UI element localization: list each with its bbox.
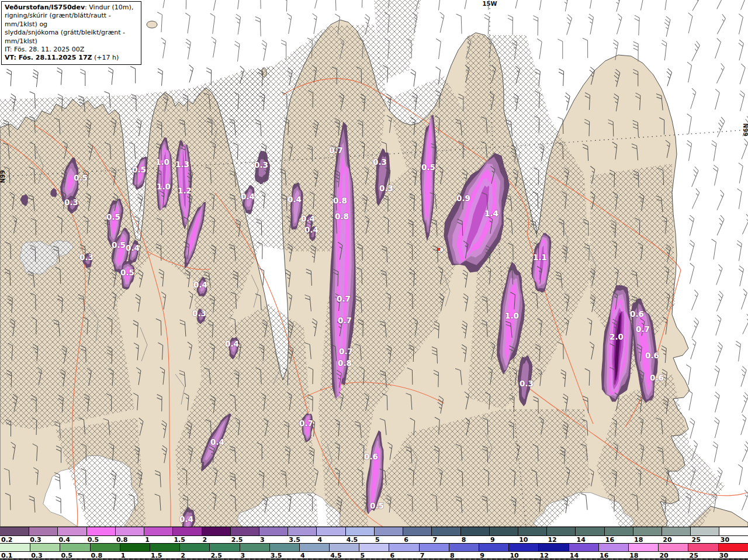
colorbar-segment <box>240 544 269 551</box>
colorbar-segment <box>150 544 179 551</box>
colorbar-segment <box>57 527 86 535</box>
title-box: Veðurstofan/IS750dev: Vindur (10m), rign… <box>1 1 141 65</box>
colorbar-segment <box>86 527 115 535</box>
precip-value-label: 0.4 <box>179 514 193 524</box>
weather-map-product: 15WN99N990.50.30.50.50.40.50.30.51.01.01… <box>0 0 748 560</box>
colorbar-segment <box>60 544 89 551</box>
colorbar-segment <box>518 527 546 535</box>
colorbar-segment <box>0 527 29 535</box>
precip-value-label: 1.3 <box>175 160 189 169</box>
precip-value-label: 0.8 <box>333 196 347 205</box>
colorbar-segment <box>538 544 568 551</box>
precip-value-label: 0.5 <box>120 268 134 277</box>
precip-value-label: 0.4 <box>126 243 140 253</box>
precip-value-label: 0.7 <box>299 419 313 428</box>
colorbar-segment <box>489 527 518 535</box>
precip-value-label: 0.9 <box>456 193 470 203</box>
colorbar-segment <box>658 544 688 551</box>
colorbar-segment <box>508 544 538 551</box>
colorbar-segment <box>389 544 418 551</box>
colorbar-segment <box>633 527 662 535</box>
rain-colorbar-labels: 0.10.30.50.811.522.533.544.5567891012141… <box>0 552 748 558</box>
precip-value-label: 0.6 <box>650 373 664 382</box>
colorbar-segment <box>345 527 374 535</box>
colorbar-segment <box>90 544 120 551</box>
colorbar-segment <box>259 527 288 535</box>
precip-value-label: 0.7 <box>337 294 351 303</box>
colorbar-segment <box>403 527 431 535</box>
colorbar-segment <box>30 544 60 551</box>
rain-colorbar <box>0 543 748 552</box>
precip-value-label: 0.3 <box>254 160 268 170</box>
title-line-3: slydda/snjókoma (grátt/bleikt/grænt - mm… <box>5 29 138 46</box>
colorbar-segment <box>460 527 489 535</box>
precip-value-label: 0.3 <box>520 379 534 388</box>
colorbar-segment <box>598 544 628 551</box>
precip-value-label: 0.4 <box>304 225 318 234</box>
colorbar-segment <box>604 527 633 535</box>
precip-value-label: 1.0 <box>505 311 519 320</box>
precip-value-label: 0.3 <box>79 253 94 262</box>
title-line-4: IT: Fös. 28. 11. 2025 00Z <box>5 46 138 54</box>
precip-value-label: 0.3 <box>379 184 393 193</box>
colorbar-segment <box>479 544 508 551</box>
precip-value-label: 0.5 <box>112 240 126 250</box>
precip-value-label: 0.3 <box>64 198 78 207</box>
precip-value-label: 1.1 <box>533 253 547 262</box>
colorbar-segment <box>374 527 403 535</box>
colorbar-segment <box>690 527 719 535</box>
precip-value-label: 0.6 <box>645 351 659 360</box>
colorbar-segment <box>449 544 479 551</box>
colorbar-segment <box>316 527 345 535</box>
colorbar-segment <box>202 527 230 535</box>
colorbar-segment <box>209 544 239 551</box>
precip-value-label: 0.4 <box>288 195 302 204</box>
colorbar-segment <box>628 544 658 551</box>
colorbar-segment <box>718 544 748 551</box>
colorbar-segment <box>115 527 144 535</box>
title-line-2: rigning/skúrir (grænt/blátt/rautt - mm/1… <box>5 12 138 29</box>
colorbar-segment <box>179 544 209 551</box>
precip-value-label: 0.5 <box>370 501 384 510</box>
colorbar-segment <box>569 544 598 551</box>
precip-value-label: 0.3 <box>373 157 387 167</box>
precip-value-label: 0.8 <box>335 212 349 221</box>
precip-value-label: 1.0 <box>155 157 169 167</box>
colorbar-segment <box>230 527 259 535</box>
precip-value-label: 0.7 <box>338 316 352 325</box>
precip-value-label: 0.4 <box>193 280 207 289</box>
precip-value-label: 0.6 <box>364 452 378 461</box>
colorbar-segment <box>546 527 575 535</box>
snow-colorbar <box>0 527 748 536</box>
snow-colorbar-labels: 0.20.30.40.50.811.522.533.544.5567891012… <box>0 536 748 543</box>
precip-value-label: 1.0 <box>157 182 171 191</box>
colorbar-segment <box>662 527 690 535</box>
precip-value-label: 0.4 <box>225 339 239 348</box>
precip-value-label: 0.7 <box>339 347 353 356</box>
colorbar-segment <box>288 527 316 535</box>
precip-value-label: 0.8 <box>338 358 352 368</box>
precip-value-label: 0.5 <box>106 212 120 222</box>
precip-value-label: 1.2 <box>178 186 192 195</box>
precip-value-label: 0.7 <box>329 146 343 155</box>
precip-value-label: 0.4 <box>241 192 255 201</box>
colorbar-segment <box>172 527 201 535</box>
colorbar-segment <box>269 544 299 551</box>
precip-value-label: 0.5 <box>421 163 435 172</box>
colorbar-segment <box>359 544 389 551</box>
precip-value-label: 0.5 <box>74 173 88 182</box>
colorbar-segment <box>120 544 150 551</box>
precip-value-label: 0.4 <box>210 437 224 447</box>
colorbar-segment <box>719 527 747 535</box>
colorbar-segment <box>431 527 460 535</box>
precip-value-label: 0.4 <box>301 214 315 223</box>
colorbar-segment <box>329 544 359 551</box>
colorbar-segment <box>688 544 718 551</box>
title-line-1: Veðurstofan/IS750dev: Vindur (10m), <box>5 4 138 12</box>
title-line-5: VT: Fös. 28.11.2025 17Z (+17 h) <box>5 54 138 62</box>
colorbar-segment <box>29 527 57 535</box>
colorbar-segment <box>419 544 449 551</box>
svg-text:N99: N99 <box>0 170 6 183</box>
colorbar-segment <box>299 544 329 551</box>
svg-text:N99: N99 <box>742 123 748 136</box>
